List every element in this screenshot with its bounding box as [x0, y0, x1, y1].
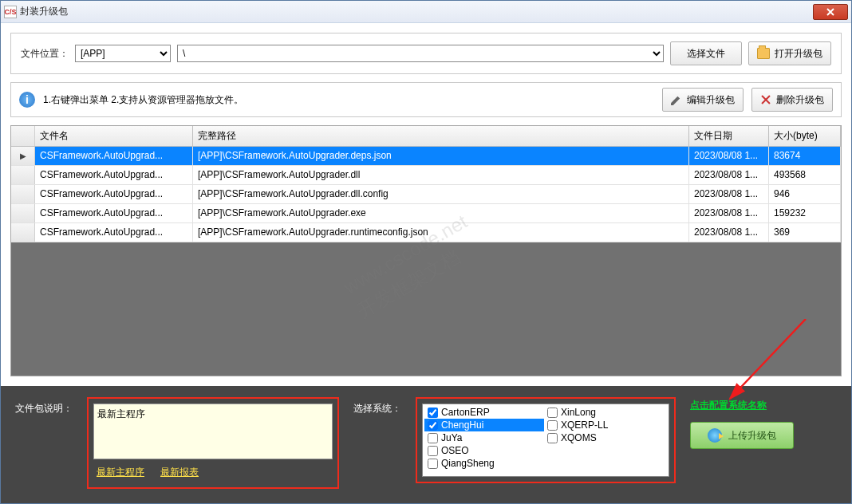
system-label-text: XQOMS [561, 432, 597, 443]
table-row[interactable]: CSFramework.AutoUpgrad...[APP]\CSFramewo… [11, 223, 841, 242]
delete-icon [760, 94, 771, 105]
col-header-date[interactable]: 文件日期 [689, 126, 769, 146]
cell-size: 83674 [769, 147, 841, 165]
file-location-label: 文件位置： [21, 47, 69, 61]
file-toolbar: 文件位置： [APP] \ 选择文件 打开升级包 [10, 33, 842, 74]
cell-name: CSFramework.AutoUpgrad... [35, 185, 193, 203]
row-indicator [11, 223, 35, 242]
edit-icon [671, 94, 682, 105]
cell-name: CSFramework.AutoUpgrad... [35, 223, 193, 242]
system-label-text: OSEO [441, 445, 469, 456]
system-item[interactable]: XQOMS [544, 431, 664, 444]
cell-date: 2023/08/08 1... [689, 223, 769, 242]
cell-date: 2023/08/08 1... [689, 185, 769, 203]
file-grid-wrap: 文件名 完整路径 文件日期 大小(byte) ▶CSFramework.Auto… [10, 125, 842, 376]
cell-path: [APP]\CSFramework.AutoUpgrader.exe [193, 204, 689, 222]
location-select[interactable]: [APP] [75, 45, 171, 62]
col-header-path[interactable]: 完整路径 [193, 126, 689, 146]
titlebar: C/S 封装升级包 [1, 1, 851, 23]
cell-size: 159232 [769, 204, 841, 222]
cell-path: [APP]\CSFramework.AutoUpgrader.runtimeco… [193, 223, 689, 242]
system-label-text: CartonERP [441, 407, 490, 418]
indicator-header [11, 126, 35, 146]
cell-date: 2023/08/08 1... [689, 147, 769, 165]
row-indicator [11, 204, 35, 222]
cell-path: [APP]\CSFramework.AutoUpgrader.dll [193, 166, 689, 184]
system-checkbox[interactable] [428, 420, 438, 431]
open-package-button[interactable]: 打开升级包 [748, 41, 831, 65]
table-row[interactable]: CSFramework.AutoUpgrad...[APP]\CSFramewo… [11, 204, 841, 223]
window: C/S 封装升级包 文件位置： [APP] \ 选择文件 打开升级包 i 1.右 [0, 0, 852, 504]
bottom-panel: 文件包说明： 最新主程序 最新主程序 最新报表 选择系统： CartonERPC… [1, 386, 851, 503]
table-row[interactable]: CSFramework.AutoUpgrad...[APP]\CSFramewo… [11, 166, 841, 185]
system-item[interactable]: XinLong [544, 406, 664, 419]
system-checkbox[interactable] [428, 446, 438, 456]
info-toolbar: i 1.右键弹出菜单 2.支持从资源管理器拖放文件。 编辑升级包 删除升级包 [10, 82, 842, 117]
path-select[interactable]: \ [177, 45, 664, 62]
window-title: 封装升级包 [20, 5, 813, 18]
row-indicator [11, 185, 35, 203]
configure-systems-link[interactable]: 点击配置系统名称 [690, 399, 794, 412]
right-column: 点击配置系统名称 上传升级包 [690, 397, 794, 449]
row-indicator [11, 166, 35, 184]
system-checkbox[interactable] [428, 408, 438, 418]
delete-package-button[interactable]: 删除升级包 [751, 88, 833, 112]
system-checkbox[interactable] [547, 408, 558, 418]
system-label-text: ChengHui [441, 419, 483, 431]
cell-size: 369 [769, 223, 841, 242]
cell-name: CSFramework.AutoUpgrad... [35, 204, 193, 222]
close-icon [826, 8, 834, 16]
system-label-text: JuYa [441, 432, 462, 443]
close-button[interactable] [813, 4, 848, 20]
app-icon: C/S [4, 6, 17, 18]
system-item[interactable]: JuYa [424, 431, 544, 444]
system-item[interactable]: XQERP-LL [544, 419, 664, 431]
row-indicator: ▶ [11, 147, 35, 165]
content-area: 文件位置： [APP] \ 选择文件 打开升级包 i 1.右键弹出菜单 2.支持… [1, 23, 851, 386]
col-header-name[interactable]: 文件名 [35, 126, 193, 146]
system-list[interactable]: CartonERPChengHuiJuYaOSEOQiangShengXinLo… [422, 404, 669, 477]
col-header-size[interactable]: 大小(byte) [769, 126, 841, 146]
system-item[interactable]: QiangSheng [424, 457, 544, 470]
system-item[interactable]: OSEO [424, 444, 544, 457]
desc-highlight: 最新主程序 最新主程序 最新报表 [87, 397, 339, 489]
system-label: 选择系统： [353, 397, 401, 415]
system-label-text: QiangSheng [441, 458, 495, 469]
table-row[interactable]: ▶CSFramework.AutoUpgrad...[APP]\CSFramew… [11, 147, 841, 166]
cell-size: 493568 [769, 166, 841, 184]
system-label-text: XQERP-LL [561, 419, 608, 431]
grid-header: 文件名 完整路径 文件日期 大小(byte) [11, 126, 841, 147]
table-row[interactable]: CSFramework.AutoUpgrad...[APP]\CSFramewo… [11, 185, 841, 204]
link-report[interactable]: 最新报表 [160, 466, 199, 479]
edit-package-button[interactable]: 编辑升级包 [662, 88, 744, 112]
system-highlight: CartonERPChengHuiJuYaOSEOQiangShengXinLo… [416, 397, 676, 483]
desc-label: 文件包说明： [15, 397, 73, 415]
info-icon: i [19, 92, 35, 108]
grid-body: ▶CSFramework.AutoUpgrad...[APP]\CSFramew… [11, 147, 841, 242]
cell-name: CSFramework.AutoUpgrad... [35, 147, 193, 165]
system-checkbox[interactable] [428, 433, 438, 443]
cell-path: [APP]\CSFramework.AutoUpgrader.dll.confi… [193, 185, 689, 203]
description-textarea[interactable]: 最新主程序 [93, 404, 333, 459]
cell-date: 2023/08/08 1... [689, 166, 769, 184]
system-item[interactable]: CartonERP [424, 406, 544, 419]
system-checkbox[interactable] [547, 433, 558, 443]
globe-icon [708, 428, 722, 443]
cell-path: [APP]\CSFramework.AutoUpgrader.deps.json [193, 147, 689, 165]
system-checkbox[interactable] [428, 459, 438, 469]
folder-icon [757, 48, 770, 59]
cell-name: CSFramework.AutoUpgrad... [35, 166, 193, 184]
system-item[interactable]: ChengHui [424, 419, 544, 431]
system-label-text: XinLong [561, 407, 596, 418]
select-file-button[interactable]: 选择文件 [670, 41, 742, 65]
info-text: 1.右键弹出菜单 2.支持从资源管理器拖放文件。 [43, 93, 654, 107]
quick-links: 最新主程序 最新报表 [93, 466, 333, 482]
upload-package-button[interactable]: 上传升级包 [690, 422, 794, 449]
cell-date: 2023/08/08 1... [689, 204, 769, 222]
link-main[interactable]: 最新主程序 [97, 466, 144, 479]
file-grid[interactable]: 文件名 完整路径 文件日期 大小(byte) ▶CSFramework.Auto… [11, 126, 841, 242]
system-checkbox[interactable] [547, 420, 558, 431]
cell-size: 946 [769, 185, 841, 203]
